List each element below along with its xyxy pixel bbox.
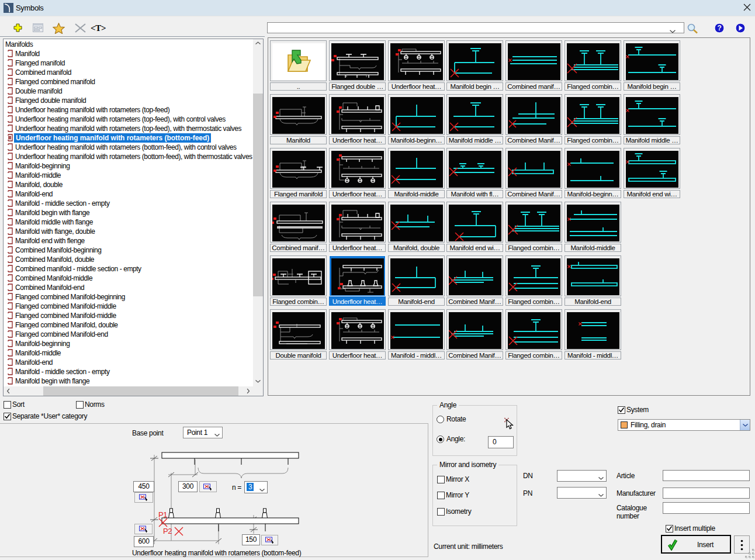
svg-text:P1: P1 (158, 510, 167, 519)
svg-text:P2: P2 (163, 527, 172, 535)
svg-text:?: ? (717, 24, 721, 32)
